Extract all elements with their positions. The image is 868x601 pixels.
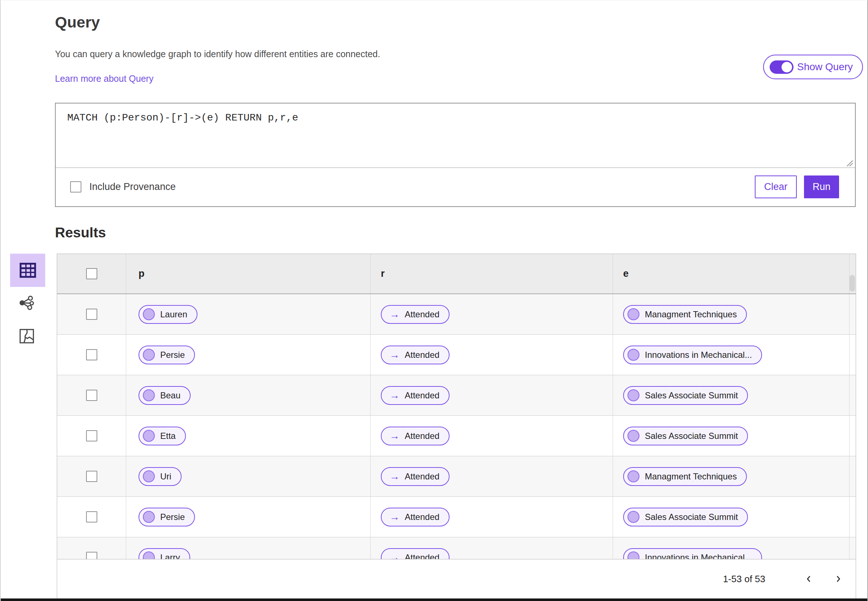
entity-pill[interactable]: Lauren bbox=[139, 305, 198, 324]
cell-e: Innovations in Mechanical... bbox=[613, 537, 849, 560]
run-button[interactable]: Run bbox=[804, 175, 839, 198]
relation-arrow-icon: → bbox=[390, 390, 400, 401]
entity-label: Larry bbox=[160, 552, 180, 560]
table-row: Uri → Attended Managment Techniques bbox=[57, 456, 856, 497]
row-checkbox[interactable] bbox=[86, 552, 97, 560]
clear-button[interactable]: Clear bbox=[755, 175, 797, 198]
include-provenance-label: Include Provenance bbox=[89, 181, 176, 192]
scrollbar-track[interactable] bbox=[849, 294, 856, 334]
scrollbar-track[interactable] bbox=[849, 375, 856, 415]
view-graph-button[interactable] bbox=[18, 294, 35, 311]
results-table: p r e Lauren → Attended bbox=[57, 254, 856, 599]
cell-p: Uri bbox=[126, 456, 370, 496]
toggle-switch-icon[interactable] bbox=[770, 60, 793, 74]
relation-pill[interactable]: → Attended bbox=[381, 548, 449, 560]
entity-pill[interactable]: Beau bbox=[139, 386, 190, 405]
relation-pill[interactable]: → Attended bbox=[381, 305, 449, 324]
header-checkbox-cell bbox=[57, 254, 126, 293]
show-query-toggle[interactable]: Show Query bbox=[763, 55, 863, 79]
entity-label: Managment Techniques bbox=[645, 471, 737, 482]
cell-p: Etta bbox=[126, 416, 370, 456]
chevron-left-icon bbox=[804, 574, 813, 584]
cell-p: Persie bbox=[126, 497, 370, 537]
entity-pill[interactable]: Etta bbox=[139, 427, 186, 445]
relation-label: Attended bbox=[405, 471, 439, 482]
relation-pill[interactable]: → Attended bbox=[381, 427, 449, 445]
table-row: Larry → Attended Innovations in Mechanic… bbox=[57, 537, 856, 560]
row-checkbox[interactable] bbox=[86, 349, 97, 360]
entity-dot-icon bbox=[143, 430, 155, 442]
entity-pill[interactable]: Larry bbox=[139, 548, 190, 560]
column-label-r: r bbox=[381, 268, 385, 279]
cell-e: Sales Associate Summit bbox=[613, 497, 849, 537]
show-query-label: Show Query bbox=[797, 61, 853, 73]
page-description: You can query a knowledge graph to ident… bbox=[55, 49, 380, 59]
entity-label: Lauren bbox=[160, 310, 187, 319]
select-all-checkbox[interactable] bbox=[86, 268, 97, 279]
entity-pill[interactable]: Managment Techniques bbox=[623, 467, 747, 486]
map-icon bbox=[18, 328, 35, 344]
relation-arrow-icon: → bbox=[390, 471, 400, 482]
scrollbar-thumb[interactable] bbox=[850, 275, 855, 291]
table-row: Persie → Attended Sales Associate Summit bbox=[57, 497, 856, 537]
query-page: Query You can query a knowledge graph to… bbox=[0, 0, 868, 601]
scrollbar-track[interactable] bbox=[849, 497, 856, 537]
entity-pill[interactable]: Sales Associate Summit bbox=[623, 427, 748, 445]
entity-label: Uri bbox=[160, 471, 171, 482]
entity-dot-icon bbox=[143, 389, 155, 401]
relation-arrow-icon: → bbox=[390, 310, 400, 319]
column-header-r: r bbox=[370, 254, 613, 293]
cell-r: → Attended bbox=[370, 456, 613, 496]
entity-dot-icon bbox=[143, 551, 155, 560]
entity-dot-icon bbox=[627, 511, 640, 523]
entity-dot-icon bbox=[143, 470, 155, 482]
cell-p: Persie bbox=[126, 335, 370, 375]
entity-pill[interactable]: Sales Associate Summit bbox=[623, 508, 748, 526]
relation-label: Attended bbox=[405, 431, 439, 441]
relation-pill[interactable]: → Attended bbox=[381, 346, 449, 365]
relation-arrow-icon: → bbox=[390, 431, 400, 441]
learn-more-link[interactable]: Learn more about Query bbox=[55, 73, 153, 84]
entity-dot-icon bbox=[627, 551, 640, 560]
entity-dot-icon bbox=[627, 349, 640, 361]
row-checkbox[interactable] bbox=[86, 511, 97, 522]
table-row: Persie → Attended Innovations in Mechani… bbox=[57, 335, 856, 375]
entity-pill[interactable]: Persie bbox=[139, 508, 195, 526]
entity-pill[interactable]: Uri bbox=[139, 467, 181, 486]
relation-pill[interactable]: → Attended bbox=[381, 386, 449, 405]
row-checkbox-cell bbox=[57, 335, 126, 375]
cell-r: → Attended bbox=[370, 294, 613, 334]
relation-pill[interactable]: → Attended bbox=[381, 467, 449, 486]
relation-pill[interactable]: → Attended bbox=[381, 508, 449, 526]
view-table-button[interactable] bbox=[10, 254, 45, 287]
entity-pill[interactable]: Innovations in Mechanical... bbox=[623, 346, 762, 365]
table-viewport: p r e Lauren → Attended bbox=[57, 254, 856, 560]
relation-label: Attended bbox=[405, 310, 439, 319]
cell-r: → Attended bbox=[370, 375, 613, 415]
view-map-button[interactable] bbox=[18, 328, 35, 345]
entity-label: Etta bbox=[160, 431, 176, 441]
entity-pill[interactable]: Innovations in Mechanical... bbox=[623, 548, 762, 560]
entity-pill[interactable]: Sales Associate Summit bbox=[623, 386, 748, 405]
pagination-prev-button[interactable] bbox=[801, 571, 817, 587]
pagination-next-button[interactable] bbox=[830, 571, 846, 587]
scrollbar-track[interactable] bbox=[849, 537, 856, 560]
query-textarea[interactable]: MATCH (p:Person)-[r]->(e) RETURN p,r,e bbox=[56, 104, 855, 168]
results-table-body: Lauren → Attended Managment Techniques P… bbox=[57, 294, 856, 560]
row-checkbox[interactable] bbox=[86, 471, 97, 482]
scrollbar-track[interactable] bbox=[849, 456, 856, 496]
row-checkbox[interactable] bbox=[86, 390, 97, 401]
column-header-e: e bbox=[613, 254, 849, 293]
row-checkbox[interactable] bbox=[86, 430, 97, 441]
cell-p: Beau bbox=[126, 375, 370, 415]
include-provenance-checkbox[interactable] bbox=[70, 181, 81, 192]
row-checkbox[interactable] bbox=[86, 309, 97, 320]
pagination-bar: 1-53 of 53 bbox=[57, 560, 856, 598]
entity-pill[interactable]: Persie bbox=[139, 346, 195, 365]
row-checkbox-cell bbox=[57, 537, 126, 560]
entity-pill[interactable]: Managment Techniques bbox=[623, 305, 747, 324]
scrollbar-track[interactable] bbox=[849, 335, 856, 375]
relation-label: Attended bbox=[405, 552, 439, 560]
entity-dot-icon bbox=[627, 470, 640, 482]
scrollbar-track[interactable] bbox=[849, 416, 856, 456]
